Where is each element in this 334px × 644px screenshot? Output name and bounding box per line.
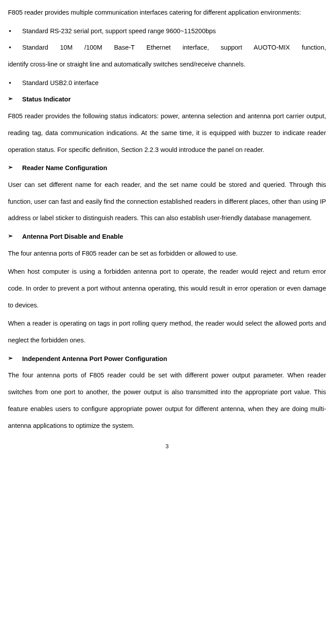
heading-text: Antenna Port Disable and Enable	[22, 229, 123, 245]
section-heading: ➢ Independent Antenna Port Power Configu…	[8, 351, 326, 368]
section-heading: ➢ Status Indicator	[8, 91, 326, 108]
arrow-icon: ➢	[8, 91, 22, 108]
bullet-item: • Standard RS-232 serial port, support s…	[8, 23, 326, 40]
bullet-item: • Standard 10M /100M Base-T Ethernet int…	[8, 39, 326, 56]
arrow-icon: ➢	[8, 160, 22, 177]
section-paragraph: When host computer is using a forbidden …	[8, 264, 326, 314]
heading-text: Reader Name Configuration	[22, 160, 107, 177]
bullet-item: • Standard USB2.0 interface	[8, 75, 326, 92]
section-paragraph: The four antenna ports of F805 reader ca…	[8, 245, 326, 262]
section-paragraph: F805 reader provides the following statu…	[8, 108, 326, 158]
bullet-icon: •	[8, 75, 22, 92]
bullet-icon: •	[8, 23, 22, 40]
bullet-text: Standard 10M /100M Base-T Ethernet inter…	[22, 39, 326, 56]
page-number: 3	[8, 443, 326, 450]
section-paragraph: The four antenna ports of F805 reader co…	[8, 367, 326, 434]
heading-text: Status Indicator	[22, 91, 71, 108]
bullet-continuation: identify cross-line or straight line and…	[8, 56, 326, 73]
bullet-text: Standard RS-232 serial port, support spe…	[22, 23, 326, 40]
section-heading: ➢ Antenna Port Disable and Enable	[8, 229, 326, 245]
section-paragraph: User can set different name for each rea…	[8, 177, 326, 227]
heading-text: Independent Antenna Port Power Configura…	[22, 351, 167, 368]
intro-paragraph: F805 reader provides multiple communicat…	[8, 4, 326, 21]
section-paragraph: When a reader is operating on tags in po…	[8, 315, 326, 349]
section-heading: ➢ Reader Name Configuration	[8, 160, 326, 177]
bullet-icon: •	[8, 39, 22, 56]
bullet-text: Standard USB2.0 interface	[22, 75, 326, 92]
arrow-icon: ➢	[8, 351, 22, 368]
arrow-icon: ➢	[8, 229, 22, 245]
